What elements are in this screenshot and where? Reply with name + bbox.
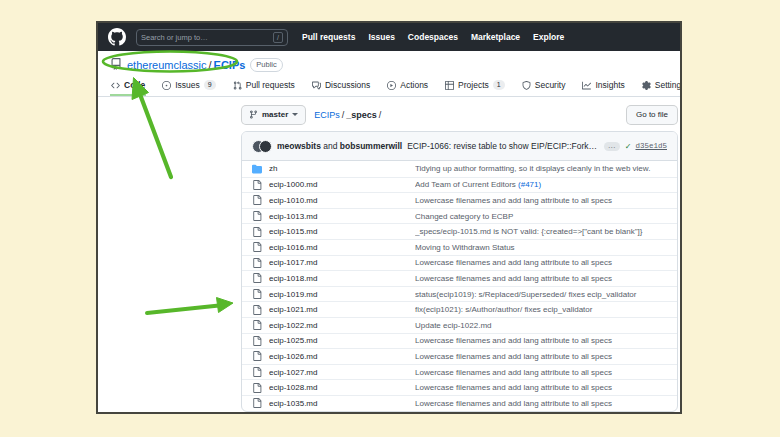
chevron-down-icon [292, 113, 298, 116]
pr-link[interactable]: (#471) [518, 180, 541, 189]
repo-tabs: Code Issues 9 Pull requests Discussions … [98, 76, 680, 97]
file-icon [252, 398, 269, 408]
file-name-link[interactable]: ecip-1028.md [269, 383, 415, 392]
go-to-file-button[interactable]: Go to file [626, 105, 678, 125]
file-list: zh Tidying up author formatting, so it d… [242, 161, 677, 411]
tab-pull-requests-label: Pull requests [246, 80, 295, 90]
tab-code-label: Code [124, 80, 145, 90]
file-icon [252, 211, 269, 221]
file-icon [252, 383, 269, 393]
top-nav: Pull requests Issues Codespaces Marketpl… [302, 32, 564, 42]
file-commit-message[interactable]: Add Team of Current Editors (#471) [415, 180, 667, 189]
branch-name: master [262, 110, 288, 119]
projects-counter: 1 [493, 80, 505, 90]
file-name-link[interactable]: ecip-1013.md [269, 212, 415, 221]
file-commit-message[interactable]: Lowercase filenames and add lang attribu… [415, 399, 667, 408]
file-icon [252, 227, 269, 237]
visibility-badge: Public [250, 58, 282, 72]
tab-pull-requests[interactable]: Pull requests [232, 76, 296, 96]
repo-title-row: ethereumclassic/ECIPs Public [98, 51, 680, 76]
file-commit-message[interactable]: fix(ecip1021): s/Author/author/ fixes ec… [415, 305, 667, 314]
repo-name-link[interactable]: ECIPs [214, 59, 246, 71]
file-name-link[interactable]: ecip-1016.md [269, 243, 415, 252]
search-input[interactable] [141, 33, 273, 42]
file-commit-message[interactable]: Changed category to ECBP [415, 212, 667, 221]
code-page-content: master ECIPs/_specs/ Go to file meowsbit… [98, 104, 680, 412]
branch-selector[interactable]: master [241, 105, 306, 125]
github-logo-icon[interactable] [108, 28, 126, 46]
tab-projects[interactable]: Projects 1 [444, 76, 506, 96]
file-icon [252, 336, 269, 346]
avatar[interactable] [252, 140, 272, 153]
nav-issues[interactable]: Issues [368, 32, 394, 42]
commit-message[interactable]: ECIP-1066: revise table to show EIP/ECIP… [407, 141, 599, 151]
file-name-link[interactable]: ecip-1015.md [269, 227, 415, 236]
file-name-link[interactable]: ecip-1010.md [269, 196, 415, 205]
file-icon [252, 320, 269, 330]
tab-settings[interactable]: Settings [641, 76, 682, 96]
nav-marketplace[interactable]: Marketplace [471, 32, 520, 42]
avatar-bobsummerwill[interactable] [259, 140, 272, 153]
file-commit-message[interactable]: Lowercase filenames and add lang attribu… [415, 368, 667, 377]
file-row: ecip-1016.md Moving to Withdrawn Status [242, 239, 677, 255]
file-name-link[interactable]: ecip-1019.md [269, 290, 415, 299]
search-box[interactable]: / [136, 29, 288, 46]
file-name-link[interactable]: ecip-1027.md [269, 368, 415, 377]
breadcrumb-current-dir: _specs [346, 110, 377, 120]
nav-pull-requests[interactable]: Pull requests [302, 32, 355, 42]
file-name-link[interactable]: zh [269, 164, 415, 173]
tab-code[interactable]: Code [110, 76, 146, 96]
tab-issues[interactable]: Issues 9 [161, 76, 216, 96]
file-commit-message[interactable]: status(ecip1019): s/Replaced/Superseded/… [415, 290, 667, 299]
file-name-link[interactable]: ecip-1000.md [269, 180, 415, 189]
tab-issues-label: Issues [175, 80, 200, 90]
file-name-link[interactable]: ecip-1035.md [269, 399, 415, 408]
tab-discussions[interactable]: Discussions [311, 76, 371, 96]
file-icon [252, 180, 269, 190]
issues-counter: 9 [204, 80, 216, 90]
file-name-link[interactable]: ecip-1022.md [269, 321, 415, 330]
nav-codespaces[interactable]: Codespaces [408, 32, 458, 42]
file-commit-message[interactable]: Lowercase filenames and add lang attribu… [415, 336, 667, 345]
commit-sha-link[interactable]: d35e1d5 [635, 142, 667, 150]
slash-key-hint: / [273, 32, 283, 43]
latest-commit-bar: meowsbits and bobsummerwill ECIP-1066: r… [242, 132, 677, 161]
file-row: ecip-1013.md Changed category to ECBP [242, 208, 677, 224]
file-commit-message[interactable]: Lowercase filenames and add lang attribu… [415, 258, 667, 267]
file-navigation-toolbar: master ECIPs/_specs/ Go to file [241, 104, 678, 125]
file-name-link[interactable]: ecip-1025.md [269, 336, 415, 345]
file-name-link[interactable]: ecip-1017.md [269, 258, 415, 267]
file-commit-message[interactable]: Lowercase filenames and add lang attribu… [415, 383, 667, 392]
tab-projects-label: Projects [458, 80, 489, 90]
file-row: ecip-1021.md fix(ecip1021): s/Author/aut… [242, 301, 677, 317]
file-browser-box: meowsbits and bobsummerwill ECIP-1066: r… [241, 131, 678, 412]
check-icon[interactable]: ✓ [625, 142, 632, 151]
tab-actions[interactable]: Actions [386, 76, 429, 96]
commit-authors[interactable]: meowsbits and bobsummerwill [277, 141, 402, 151]
tab-insights[interactable]: Insights [581, 76, 625, 96]
file-commit-message[interactable]: Lowercase filenames and add lang attribu… [415, 352, 667, 361]
file-commit-message[interactable]: Lowercase filenames and add lang attribu… [415, 196, 667, 205]
file-commit-message[interactable]: Moving to Withdrawn Status [415, 243, 667, 252]
file-icon [252, 242, 269, 252]
file-commit-message[interactable]: _specs/ecip-1015.md is NOT valid: {:crea… [415, 227, 667, 236]
file-row: ecip-1025.md Lowercase filenames and add… [242, 333, 677, 349]
file-name-link[interactable]: ecip-1026.md [269, 352, 415, 361]
commit-ellipsis-button[interactable]: … [604, 142, 620, 151]
file-name-link[interactable]: ecip-1021.md [269, 305, 415, 314]
tab-security-label: Security [535, 80, 566, 90]
breadcrumb-repo-link[interactable]: ECIPs [314, 110, 340, 120]
tab-security[interactable]: Security [521, 76, 567, 96]
file-row: ecip-1035.md Lowercase filenames and add… [242, 395, 677, 411]
file-commit-message[interactable]: Update ecip-1022.md [415, 321, 667, 330]
file-commit-message[interactable]: Lowercase filenames and add lang attribu… [415, 274, 667, 283]
repo-book-icon [110, 56, 122, 74]
file-name-link[interactable]: ecip-1018.md [269, 274, 415, 283]
file-icon [252, 351, 269, 361]
file-row: ecip-1000.md Add Team of Current Editors… [242, 177, 677, 193]
file-icon [252, 258, 269, 268]
file-commit-message[interactable]: Tidying up author formatting, so it disp… [415, 164, 667, 173]
github-header: / Pull requests Issues Codespaces Market… [98, 23, 680, 51]
nav-explore[interactable]: Explore [533, 32, 564, 42]
repo-owner-link[interactable]: ethereumclassic [127, 59, 206, 71]
